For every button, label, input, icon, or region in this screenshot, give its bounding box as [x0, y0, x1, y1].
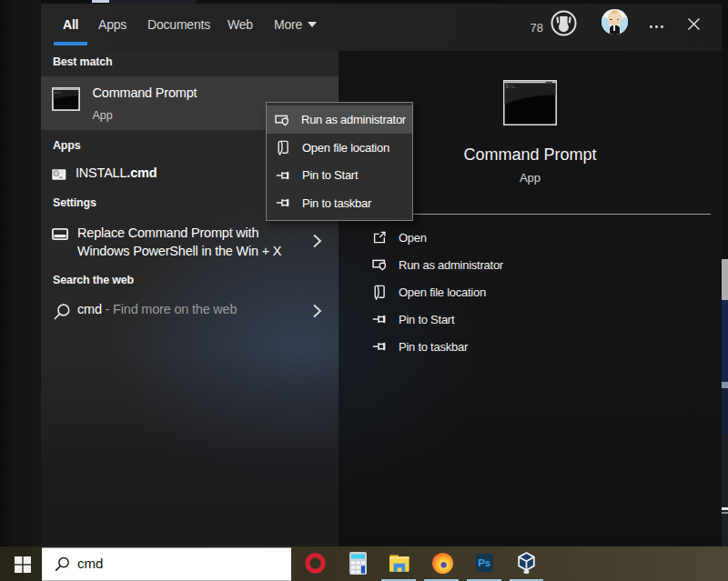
svg-text:C:\: C:\ [55, 91, 60, 95]
svg-text:C:\.: C:\. [506, 85, 516, 89]
